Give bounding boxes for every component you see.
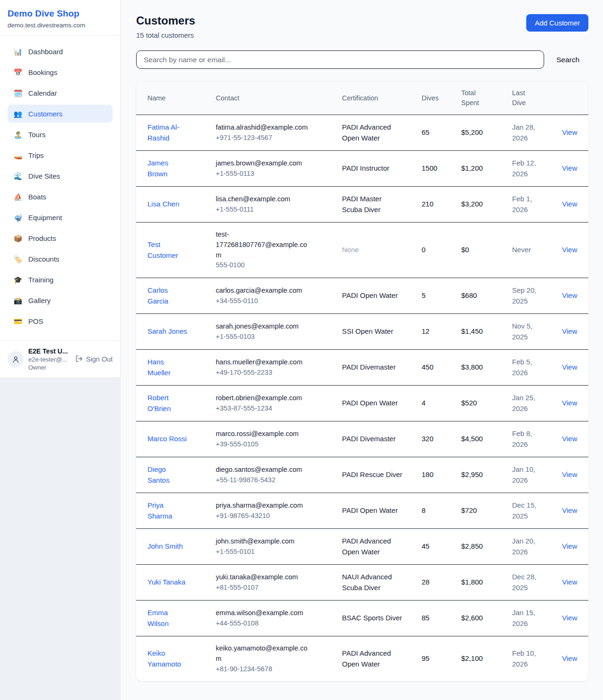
view-customer-link[interactable]: View — [562, 578, 577, 586]
customer-last-dive: Feb 8, 2026 — [512, 428, 541, 450]
cell-certification: PADI Rescue Diver — [342, 457, 422, 493]
cell-name: Keiko Yamamoto — [136, 636, 216, 682]
view-customer-link[interactable]: View — [562, 291, 577, 299]
add-customer-button[interactable]: Add Customer — [526, 14, 588, 32]
sidebar-item-icon: 🌊 — [13, 173, 23, 180]
cell-last-dive: Feb 1, 2026 — [512, 187, 562, 222]
cell-total-spent: $1,200 — [461, 151, 512, 187]
customer-name-link[interactable]: Robert O'Brien — [147, 393, 189, 414]
cell-name: Fatima Al-Rashid — [136, 115, 216, 151]
customer-name-link[interactable]: Carlos Garcia — [147, 285, 189, 306]
cell-name: Emma Wilson — [136, 601, 216, 636]
customer-last-dive: Jan 28, 2026 — [512, 122, 541, 143]
customer-name-link[interactable]: Test Customer — [147, 239, 189, 261]
view-customer-link[interactable]: View — [562, 614, 577, 622]
customer-name-link[interactable]: Yuki Tanaka — [147, 577, 189, 588]
customer-phone: +1-555-0111 — [216, 205, 335, 215]
customer-last-dive: Never — [512, 245, 541, 255]
cell-view: View — [562, 565, 588, 601]
customer-total-spent: $3,200 — [461, 200, 483, 208]
cell-last-dive: Feb 10, 2026 — [512, 636, 562, 682]
view-customer-link[interactable]: View — [562, 164, 577, 172]
customer-certification: None — [342, 245, 403, 255]
sidebar-item[interactable]: 🗓️ Calendar — [8, 84, 113, 102]
sidebar-item-icon: 📅 — [13, 69, 23, 76]
customer-name-link[interactable]: Sarah Jones — [147, 326, 189, 337]
customer-name-link[interactable]: John Smith — [147, 541, 189, 552]
sidebar-item[interactable]: 👥 Customers — [8, 105, 113, 123]
customer-dives: 28 — [422, 578, 430, 586]
search-button[interactable]: Search — [556, 56, 579, 64]
customer-total-spent: $3,800 — [461, 363, 483, 371]
sidebar-item-label: Tours — [28, 131, 46, 139]
cell-contact: yuki.tanaka@example.com +81-555-0107 — [216, 565, 342, 601]
sidebar-item-icon: 🏷️ — [13, 255, 23, 263]
cell-contact: james.brown@example.com +1-555-0113 — [216, 151, 342, 187]
cell-view: View — [562, 529, 588, 565]
customer-dives: 85 — [422, 614, 430, 622]
sidebar-item[interactable]: 📊 Dashboard — [8, 42, 113, 60]
col-header-name: Name — [136, 82, 216, 115]
sign-out-button[interactable]: Sign Out — [75, 355, 113, 364]
sidebar-item-label: Customers — [28, 110, 63, 118]
user-role: Owner — [28, 364, 71, 371]
view-customer-link[interactable]: View — [562, 246, 577, 254]
sidebar-item[interactable]: 💳 POS — [8, 312, 113, 330]
customer-certification: PADI Open Water — [342, 398, 403, 409]
view-customer-link[interactable]: View — [562, 506, 577, 514]
cell-name: Lisa Chen — [136, 187, 216, 222]
customer-email: keiko.yamamoto@example.com — [216, 643, 312, 664]
customer-total-spent: $2,950 — [461, 470, 483, 478]
cell-view: View — [562, 151, 588, 187]
cell-total-spent: $2,850 — [461, 529, 512, 565]
sidebar-item[interactable]: 🌊 Dive Sites — [8, 167, 113, 185]
view-customer-link[interactable]: View — [562, 470, 577, 478]
sidebar-item[interactable]: ⛵ Boats — [8, 188, 113, 206]
cell-last-dive: Jan 20, 2026 — [512, 529, 562, 565]
customer-name-link[interactable]: Marco Rossi — [147, 434, 189, 445]
customer-name-link[interactable]: Lisa Chen — [147, 199, 189, 210]
sidebar-item[interactable]: 📸 Gallery — [8, 291, 113, 309]
customer-total-spent: $2,850 — [461, 542, 483, 550]
customer-name-link[interactable]: Priya Sharma — [147, 500, 189, 521]
sidebar-item[interactable]: 🎓 Training — [8, 271, 113, 288]
customer-certification: NAUI Advanced Scuba Diver — [342, 572, 403, 593]
customer-last-dive: Feb 1, 2026 — [512, 194, 541, 215]
sidebar-item[interactable]: 📦 Products — [8, 229, 113, 247]
customer-total-spent: $2,100 — [461, 654, 483, 662]
view-customer-link[interactable]: View — [562, 399, 577, 407]
customer-name-link[interactable]: Emma Wilson — [147, 608, 189, 629]
view-customer-link[interactable]: View — [562, 542, 577, 550]
customer-dives: 8 — [422, 506, 425, 514]
view-customer-link[interactable]: View — [562, 128, 577, 136]
customer-phone: +49-170-555-2233 — [216, 368, 335, 378]
cell-total-spent: $2,950 — [461, 457, 512, 493]
sidebar-item[interactable]: 📅 Bookings — [8, 63, 113, 81]
customer-phone: +971-55-123-4567 — [216, 133, 335, 143]
customer-name-link[interactable]: Fatima Al-Rashid — [147, 122, 189, 143]
view-customer-link[interactable]: View — [562, 200, 577, 208]
customer-name-link[interactable]: Hans Mueller — [147, 357, 189, 378]
customer-name-link[interactable]: James Brown — [147, 158, 189, 179]
cell-total-spent: $1,800 — [461, 565, 512, 601]
customer-name-link[interactable]: Keiko Yamamoto — [147, 648, 189, 669]
sidebar-item[interactable]: 🤿 Equipment — [8, 208, 113, 226]
user-name: E2E Test U... — [28, 347, 71, 355]
view-customer-link[interactable]: View — [562, 654, 577, 662]
customer-dives: 180 — [422, 470, 433, 478]
sidebar-item[interactable]: 🏝️ Tours — [8, 125, 113, 143]
customer-total-spent: $520 — [461, 399, 477, 407]
customer-email: james.brown@example.com — [216, 158, 312, 169]
sidebar-item[interactable]: 🚤 Trips — [8, 146, 113, 164]
search-input[interactable] — [136, 50, 544, 69]
sidebar-item-icon: 👥 — [13, 110, 23, 117]
view-customer-link[interactable]: View — [562, 327, 577, 335]
customer-name-link[interactable]: Diego Santos — [147, 464, 189, 486]
cell-view: View — [562, 314, 588, 350]
cell-last-dive: Feb 5, 2026 — [512, 350, 562, 386]
view-customer-link[interactable]: View — [562, 435, 577, 443]
view-customer-link[interactable]: View — [562, 363, 577, 371]
table-row: Hans Mueller hans.mueller@example.com +4… — [136, 350, 588, 386]
cell-total-spent: $2,100 — [461, 636, 512, 682]
sidebar-item[interactable]: 🏷️ Discounts — [8, 250, 113, 268]
